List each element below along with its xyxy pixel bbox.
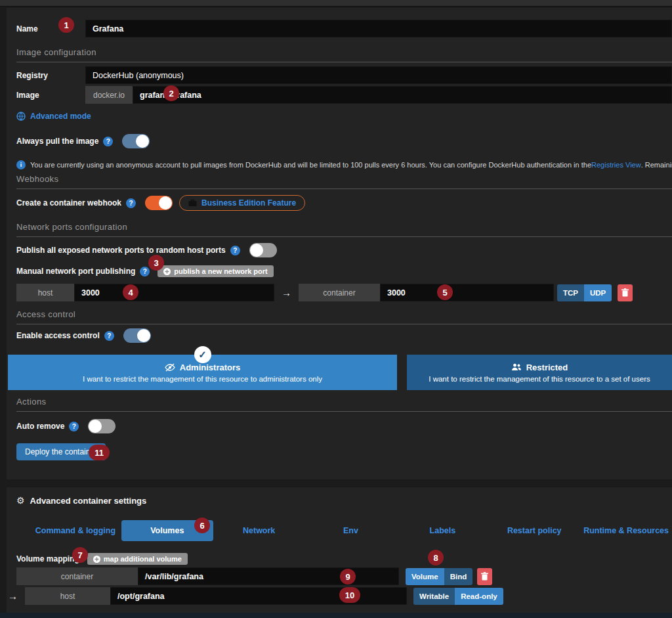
add-volume-button[interactable]: map additional volume (87, 553, 188, 565)
publish-all-row: Publish all exposed network ports to ran… (16, 243, 672, 257)
trash-icon (621, 288, 629, 297)
registry-select[interactable]: DockerHub (anonymous) (85, 66, 672, 84)
section-actions: Actions (16, 397, 672, 412)
section-webhooks: Webhooks (16, 174, 672, 189)
business-edition-label: Business Edition Feature (201, 198, 296, 208)
add-port-button[interactable]: publish a new network port (158, 265, 273, 277)
users-icon (511, 363, 522, 371)
globe-icon (16, 112, 26, 121)
restricted-desc: I want to restrict the management of thi… (429, 375, 650, 383)
restricted-option[interactable]: Restricted I want to restrict the manage… (407, 355, 672, 390)
notice-text: You are currently using an anonymous acc… (30, 161, 591, 169)
trash-icon (481, 572, 488, 581)
step-badge-5: 5 (437, 284, 453, 300)
business-edition-badge: Business Edition Feature (179, 195, 305, 211)
tab-command-logging[interactable]: Command & logging (30, 520, 121, 541)
host-port-addon: host (16, 284, 74, 301)
section-image-configuration: Image configuration (16, 47, 672, 62)
image-input[interactable]: grafana/grafana (133, 86, 672, 104)
step-badge-7: 7 (72, 547, 88, 563)
advanced-mode-link[interactable]: Advanced mode (30, 112, 91, 121)
webhook-toggle[interactable] (145, 196, 173, 210)
publish-all-label: Publish all exposed network ports to ran… (16, 246, 226, 255)
image-registry-addon: docker.io (85, 86, 133, 104)
section-network-ports: Network ports configuration (16, 222, 672, 237)
arrow-right-icon: → (8, 590, 18, 602)
port-mapping-row: host 3000 → container 3000 TCP UDP (16, 284, 672, 301)
manual-port-help-icon[interactable]: ? (140, 267, 150, 276)
access-options-row: ✓ Administrators I want to restrict the … (8, 355, 672, 390)
name-input[interactable]: Grafana (85, 20, 672, 37)
add-port-button-label: publish a new network port (174, 267, 267, 275)
toggle-knob (137, 329, 150, 342)
volume-type-button[interactable]: Volume (406, 568, 444, 585)
tab-restart-policy[interactable]: Restart policy (488, 520, 580, 541)
plus-circle-icon (93, 556, 100, 563)
toggle-knob (250, 244, 263, 257)
volume-host-input[interactable]: /opt/grafana (110, 587, 407, 605)
publish-all-toggle[interactable] (249, 243, 277, 257)
enable-access-label: Enable access control (16, 331, 100, 340)
briefcase-icon (188, 199, 197, 207)
readonly-button[interactable]: Read-only (455, 588, 503, 605)
toggle-knob (89, 420, 102, 433)
enable-access-toggle[interactable] (123, 328, 151, 343)
writable-button[interactable]: Writable (413, 588, 455, 605)
deploy-row: Deploy the container (16, 443, 672, 460)
info-icon: i (16, 160, 26, 169)
auto-remove-toggle[interactable] (88, 419, 116, 433)
host-port-input[interactable]: 3000 (74, 284, 274, 301)
add-volume-button-label: map additional volume (104, 555, 182, 563)
arrow-right-icon: → (282, 287, 291, 298)
registries-view-link[interactable]: Registries View (591, 161, 641, 169)
container-port-input[interactable]: 3000 (380, 284, 554, 301)
tcp-button[interactable]: TCP (557, 284, 584, 301)
enable-access-row: Enable access control ? (16, 328, 672, 343)
advanced-settings-title: Advanced container settings (30, 496, 147, 506)
tab-labels[interactable]: Labels (396, 520, 488, 541)
selected-check-icon: ✓ (194, 346, 211, 363)
toggle-knob (136, 135, 149, 148)
tab-runtime-resources[interactable]: Runtime & Resources (580, 520, 672, 541)
remove-port-button[interactable] (618, 284, 633, 301)
eye-off-icon (165, 363, 175, 372)
registry-label: Registry (16, 71, 79, 80)
administrators-option[interactable]: ✓ Administrators I want to restrict the … (8, 355, 397, 390)
always-pull-row: Always pull the image ? (16, 134, 672, 148)
bind-type-button[interactable]: Bind (444, 568, 473, 585)
volume-container-input[interactable]: /var/lib/grafana (138, 567, 399, 585)
advanced-settings-header: ⚙ Advanced container settings (16, 495, 672, 506)
top-divider-bar (0, 0, 672, 7)
always-pull-help-icon[interactable]: ? (103, 137, 113, 146)
tab-env[interactable]: Env (305, 520, 397, 541)
container-form-panel: Name Grafana Image configuration Registr… (7, 8, 672, 479)
create-webhook-label: Create a container webhook (16, 198, 121, 208)
auto-remove-help-icon[interactable]: ? (69, 422, 79, 431)
volume-mapping-row: Volume mapping map additional volume (16, 553, 672, 565)
section-access-control: Access control (16, 309, 672, 324)
plus-circle-icon (163, 268, 171, 275)
container-port-addon: container (299, 284, 380, 301)
restricted-title: Restricted (526, 363, 568, 372)
tab-network[interactable]: Network (213, 520, 305, 541)
publish-all-help-icon[interactable]: ? (230, 246, 240, 255)
step-badge-9: 9 (340, 569, 356, 585)
enable-access-help-icon[interactable]: ? (104, 331, 114, 341)
udp-button[interactable]: UDP (584, 284, 612, 301)
volume-container-addon: container (16, 567, 138, 585)
always-pull-toggle[interactable] (122, 134, 150, 148)
step-badge-1: 1 (58, 17, 74, 33)
remove-volume-button[interactable] (477, 568, 492, 585)
auto-remove-row: Auto remove ? (16, 419, 672, 433)
step-badge-2: 2 (163, 85, 179, 101)
notice-text-after: . Remaining pulls: (641, 161, 672, 169)
create-container-page: Name Grafana Image configuration Registr… (0, 0, 672, 618)
volume-host-addon: host (25, 587, 110, 605)
webhook-help-icon[interactable]: ? (126, 198, 136, 208)
bottom-divider-bar (0, 613, 672, 618)
administrators-title: Administrators (180, 363, 240, 372)
step-badge-3: 3 (148, 255, 164, 271)
step-badge-6: 6 (194, 518, 210, 533)
volume-mapping-label: Volume mapping (16, 554, 79, 563)
administrators-desc: I want to restrict the management of thi… (83, 375, 322, 383)
